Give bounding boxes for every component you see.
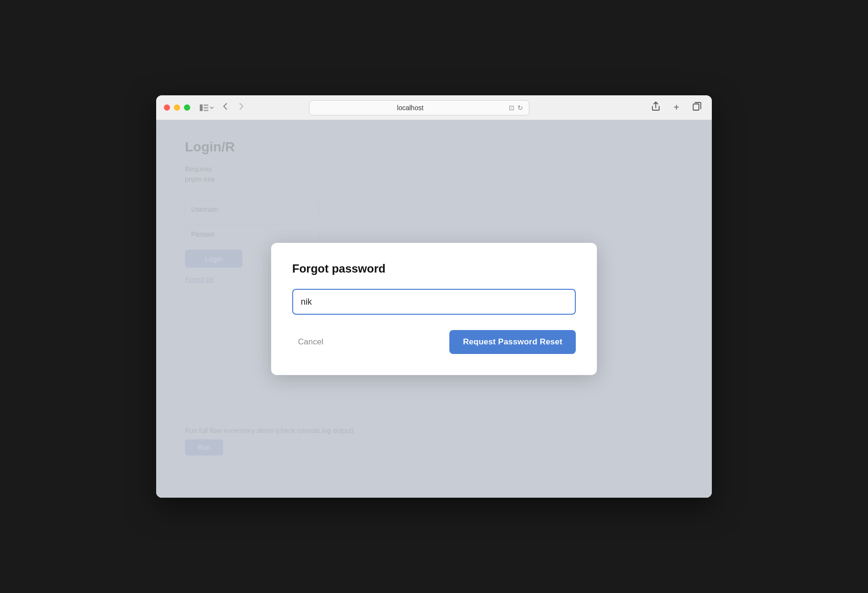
chevron-down-icon [209, 105, 214, 110]
modal-backdrop: Forgot password Cancel Request Password … [156, 120, 712, 498]
url-text: localhost [315, 104, 505, 112]
modal-title: Forgot password [292, 262, 576, 275]
traffic-light-maximize[interactable] [184, 104, 190, 111]
svg-rect-3 [204, 110, 208, 111]
svg-rect-0 [200, 104, 203, 111]
cancel-button[interactable]: Cancel [292, 333, 329, 351]
traffic-light-close[interactable] [164, 104, 170, 111]
tab-overview-button[interactable] [690, 100, 704, 115]
forward-button[interactable] [236, 101, 247, 114]
request-password-reset-button[interactable]: Request Password Reset [449, 330, 576, 354]
reload-icon[interactable]: ↻ [517, 104, 523, 112]
svg-rect-4 [693, 104, 699, 110]
translate-icon: ⊡ [509, 104, 514, 112]
modal-actions: Cancel Request Password Reset [292, 330, 576, 354]
browser-toolbar: localhost ⊡ ↻ + [156, 95, 712, 120]
share-button[interactable] [649, 100, 663, 115]
forgot-password-modal: Forgot password Cancel Request Password … [271, 243, 597, 375]
username-input[interactable] [292, 289, 576, 315]
address-bar[interactable]: localhost ⊡ ↻ [309, 100, 529, 115]
svg-rect-1 [204, 104, 208, 106]
toolbar-actions: + [649, 100, 704, 115]
traffic-lights [164, 104, 190, 111]
back-button[interactable] [220, 101, 230, 114]
svg-rect-2 [204, 107, 208, 108]
address-bar-icons: ⊡ ↻ [509, 104, 523, 112]
browser-content: Login/R Requirespnpm exa Login Forgot pa… [156, 120, 712, 498]
browser-window: localhost ⊡ ↻ + [156, 95, 712, 498]
sidebar-toggle[interactable] [200, 104, 214, 111]
traffic-light-minimize[interactable] [174, 104, 180, 111]
new-tab-button[interactable]: + [671, 100, 682, 115]
